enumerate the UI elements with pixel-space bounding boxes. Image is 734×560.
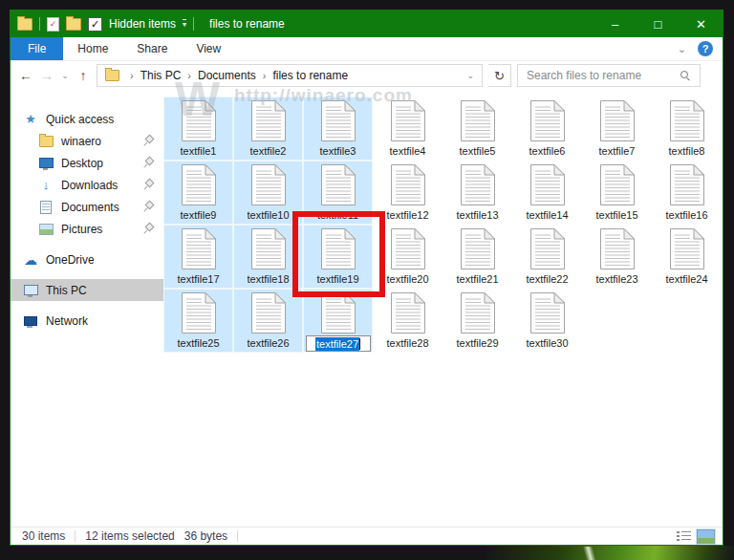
file-textfile15[interactable]: textfile15 <box>582 161 652 225</box>
network-icon <box>23 316 38 326</box>
file-label: textfile29 <box>456 337 498 350</box>
file-textfile16[interactable]: textfile16 <box>652 161 722 225</box>
forward-icon[interactable]: → <box>39 68 54 83</box>
breadcrumb-files-to-rename[interactable]: files to rename <box>272 69 348 82</box>
sidebar-item-this-pc[interactable]: This PC <box>11 279 163 301</box>
sidebar-item-onedrive[interactable]: ☁OneDrive <box>11 248 163 270</box>
up-icon[interactable]: ↑ <box>76 68 91 83</box>
tab-home[interactable]: Home <box>63 37 122 60</box>
file-textfile22[interactable]: textfile22 <box>512 225 582 289</box>
address-bar: ← → ⌄ ↑ ›This PC›Documents›files to rena… <box>11 61 723 91</box>
text-file-icon <box>181 99 217 142</box>
pc-icon <box>23 285 38 295</box>
large-icons-view-icon[interactable] <box>697 529 715 544</box>
text-file-icon <box>599 99 636 142</box>
text-file-icon <box>460 99 496 142</box>
separator <box>237 530 238 542</box>
file-textfile25[interactable]: textfile25 <box>163 289 233 353</box>
file-textfile29[interactable]: textfile29 <box>443 289 512 353</box>
address-box[interactable]: ›This PC›Documents›files to rename ⌄ <box>97 64 483 87</box>
file-textfile8[interactable]: textfile8 <box>652 97 722 161</box>
sidebar-item-winaero[interactable]: winaero <box>11 130 163 152</box>
file-label: textfile15 <box>595 209 637 222</box>
folder-glyph <box>39 136 54 147</box>
ribbon-right-controls: ⌄ ? <box>678 37 723 60</box>
file-label: textfile6 <box>529 145 566 158</box>
file-label: textfile5 <box>460 145 496 158</box>
qat-customize-dropdown-icon[interactable]: ▾ <box>183 19 186 29</box>
refresh-icon[interactable]: ↻ <box>488 64 511 87</box>
file-textfile1[interactable]: textfile1 <box>163 97 233 161</box>
file-textfile17[interactable]: textfile17 <box>163 225 233 289</box>
file-textfile24[interactable]: textfile24 <box>652 225 722 289</box>
crumb-separator-icon: › <box>130 70 134 81</box>
text-file-icon <box>390 99 426 142</box>
file-textfile23[interactable]: textfile23 <box>582 225 652 289</box>
sidebar-item-network[interactable]: Network <box>11 310 163 332</box>
search-input[interactable]: Search files to rename <box>517 64 701 87</box>
file-textfile30[interactable]: textfile30 <box>512 289 582 353</box>
expand-ribbon-icon[interactable]: ⌄ <box>678 43 686 55</box>
file-textfile2[interactable]: textfile2 <box>233 97 303 161</box>
history-chevron-icon[interactable]: ⌄ <box>60 71 70 80</box>
tab-view[interactable]: View <box>182 37 235 60</box>
text-file-icon <box>250 227 287 270</box>
tab-file[interactable]: File <box>11 37 63 60</box>
pin-icon <box>143 224 153 234</box>
sidebar-item-label: Downloads <box>61 179 118 192</box>
address-dropdown-icon[interactable]: ⌄ <box>466 71 478 80</box>
sidebar-item-pictures[interactable]: Pictures <box>11 218 163 240</box>
file-label: textfile4 <box>390 145 426 158</box>
file-textfile4[interactable]: textfile4 <box>373 97 443 161</box>
tab-share[interactable]: Share <box>122 37 182 60</box>
text-file-icon <box>669 99 705 142</box>
download-icon: ↓ <box>38 178 54 192</box>
close-button[interactable]: ✕ <box>680 11 723 37</box>
text-file-icon <box>250 163 287 206</box>
breadcrumb-documents[interactable]: Documents <box>198 69 256 82</box>
sidebar-item-downloads[interactable]: ↓Downloads <box>11 174 163 196</box>
file-textfile3[interactable]: textfile3 <box>303 97 373 161</box>
text-file-icon <box>599 227 636 270</box>
rename-input[interactable]: textfile27 <box>306 335 371 352</box>
file-textfile27[interactable]: textfile27 <box>303 289 373 353</box>
pictures-glyph <box>39 224 54 235</box>
text-file-icon <box>529 99 566 142</box>
help-icon[interactable]: ? <box>698 41 713 56</box>
text-file-icon <box>390 227 426 270</box>
file-label: textfile16 <box>665 209 707 222</box>
file-textfile6[interactable]: textfile6 <box>512 97 582 161</box>
file-label: textfile24 <box>665 273 707 286</box>
minimize-button[interactable]: – <box>594 11 637 37</box>
properties-check-icon[interactable]: ✓ <box>47 17 59 32</box>
file-textfile13[interactable]: textfile13 <box>443 161 512 225</box>
new-folder-icon[interactable] <box>66 18 81 31</box>
sidebar-item-desktop[interactable]: Desktop <box>11 152 163 174</box>
hidden-items-label: Hidden items <box>109 17 176 31</box>
search-placeholder: Search files to rename <box>527 69 641 82</box>
file-textfile28[interactable]: textfile28 <box>373 289 443 353</box>
text-file-icon <box>181 227 217 270</box>
file-textfile14[interactable]: textfile14 <box>512 161 582 225</box>
breadcrumb-this-pc[interactable]: This PC <box>140 69 182 82</box>
desktop-wallpaper-streak <box>562 547 619 560</box>
back-icon[interactable]: ← <box>18 68 33 83</box>
sidebar-item-quick-access[interactable]: ★Quick access <box>11 108 163 130</box>
file-textfile21[interactable]: textfile21 <box>443 225 512 289</box>
folder-properties-icon[interactable] <box>17 18 32 31</box>
search-icon[interactable] <box>680 70 691 81</box>
title-bar[interactable]: ✓ ✓ Hidden items ▾ files to rename – □ ✕ <box>11 11 723 37</box>
annotation-red-box <box>292 211 385 297</box>
hidden-items-checkbox[interactable]: ✓ <box>88 17 102 32</box>
quick-access-toolbar: ✓ ✓ Hidden items ▾ files to rename <box>11 17 285 32</box>
maximize-button[interactable]: □ <box>637 11 680 37</box>
file-textfile9[interactable]: textfile9 <box>163 161 233 225</box>
file-textfile26[interactable]: textfile26 <box>233 289 303 353</box>
text-file-icon <box>599 163 636 206</box>
sidebar-item-documents[interactable]: Documents <box>11 196 163 218</box>
details-view-icon[interactable] <box>677 530 691 542</box>
item-count: 30 items <box>22 529 65 543</box>
file-textfile7[interactable]: textfile7 <box>582 97 652 161</box>
crumb-separator-icon: › <box>263 70 267 81</box>
file-textfile5[interactable]: textfile5 <box>443 97 512 161</box>
